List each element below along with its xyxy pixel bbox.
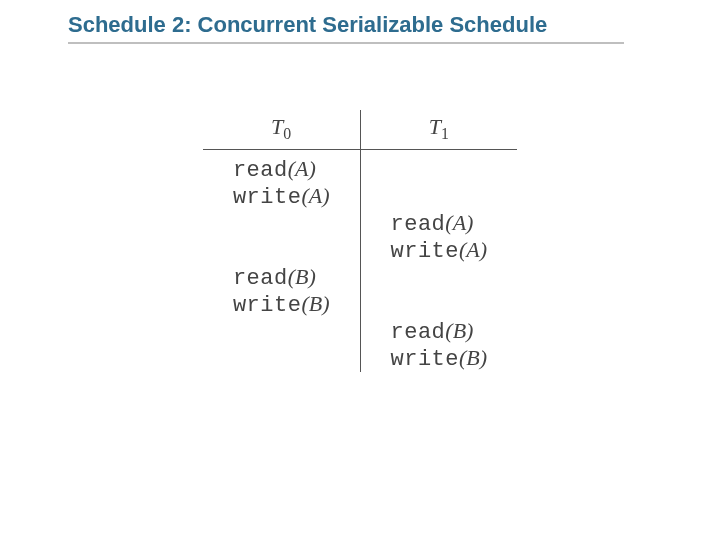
cell-t0: write(A) [203, 183, 360, 210]
cell-t0 [203, 345, 360, 372]
slide-body: T0 T1 read(A) write(A) read(A) write(A [0, 110, 720, 372]
cell-t1: read(B) [360, 318, 517, 345]
cell-t0: read(A) [203, 150, 360, 184]
cell-t0: read(B) [203, 264, 360, 291]
op-arg: (B) [301, 291, 329, 316]
op-arg: (A) [301, 183, 329, 208]
cell-t1 [360, 264, 517, 291]
op-name: read [391, 212, 446, 237]
op-name: read [233, 158, 288, 183]
title-underline [68, 42, 624, 44]
op-arg: (A) [288, 156, 316, 181]
cell-t0: write(B) [203, 291, 360, 318]
cell-t1 [360, 183, 517, 210]
op-name: read [391, 320, 446, 345]
op-arg: (B) [445, 318, 473, 343]
table-row: read(A) [203, 150, 517, 184]
schedule-table: T0 T1 read(A) write(A) read(A) write(A [203, 110, 517, 372]
header-t0-base: T [271, 114, 283, 139]
op-name: write [391, 347, 460, 372]
slide-title: Schedule 2: Concurrent Serializable Sche… [68, 12, 547, 38]
table-row: write(A) [203, 183, 517, 210]
cell-t0 [203, 318, 360, 345]
table-row: write(A) [203, 237, 517, 264]
cell-t1: write(A) [360, 237, 517, 264]
header-t0-sub: 0 [283, 125, 291, 142]
header-t1: T1 [360, 110, 517, 150]
table-row: write(B) [203, 291, 517, 318]
cell-t0 [203, 237, 360, 264]
title-block: Schedule 2: Concurrent Serializable Sche… [68, 12, 547, 38]
cell-t0 [203, 210, 360, 237]
op-name: write [391, 239, 460, 264]
header-t0: T0 [203, 110, 360, 150]
op-arg: (B) [288, 264, 316, 289]
cell-t1: read(A) [360, 210, 517, 237]
table-row: write(B) [203, 345, 517, 372]
op-arg: (A) [459, 237, 487, 262]
op-arg: (B) [459, 345, 487, 370]
cell-t1 [360, 150, 517, 184]
header-t1-sub: 1 [441, 125, 449, 142]
table-row: read(A) [203, 210, 517, 237]
cell-t1 [360, 291, 517, 318]
op-arg: (A) [445, 210, 473, 235]
table-row: read(B) [203, 318, 517, 345]
op-name: write [233, 293, 302, 318]
op-name: write [233, 185, 302, 210]
op-name: read [233, 266, 288, 291]
table-header-row: T0 T1 [203, 110, 517, 150]
cell-t1: write(B) [360, 345, 517, 372]
table-row: read(B) [203, 264, 517, 291]
header-t1-base: T [429, 114, 441, 139]
slide: Schedule 2: Concurrent Serializable Sche… [0, 0, 720, 540]
